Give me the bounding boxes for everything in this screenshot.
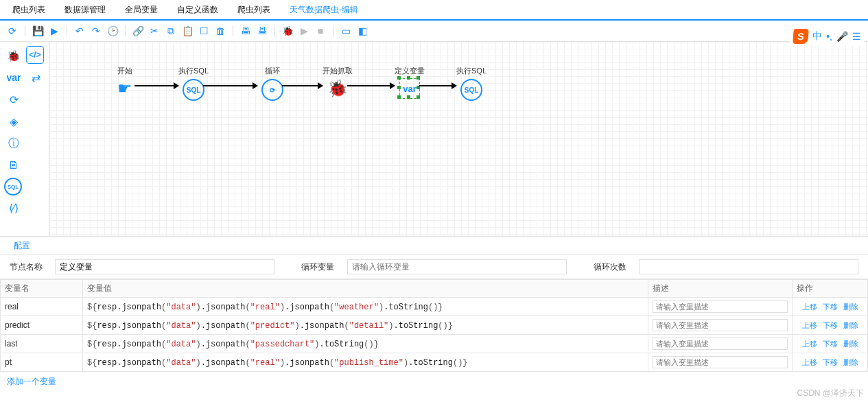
- var-table-header: 变量名 变量值 描述 操作: [1, 280, 868, 298]
- info-tool-icon[interactable]: ⓘ: [4, 134, 23, 153]
- export-icon[interactable]: 🖶: [255, 24, 269, 38]
- tab-datasource[interactable]: 数据源管理: [58, 1, 113, 19]
- selection-handle[interactable]: [417, 76, 420, 80]
- op-down-link[interactable]: 下移: [823, 321, 838, 329]
- loop-count-input[interactable]: [639, 259, 858, 274]
- var-node-icon: var: [400, 79, 419, 98]
- toolbar-sep: [233, 25, 233, 36]
- op-down-link[interactable]: 下移: [823, 303, 838, 311]
- history-icon[interactable]: 🕑: [106, 24, 119, 38]
- var-value-cell[interactable]: ${resp.jsonpath("data").jsonpath("real")…: [83, 353, 648, 372]
- code-tool-icon[interactable]: </>: [26, 46, 44, 64]
- selection-handle[interactable]: [397, 86, 401, 89]
- node-name-label: 节点名称: [10, 261, 48, 273]
- var-desc-input[interactable]: [653, 300, 788, 313]
- var-value-cell[interactable]: ${resp.jsonpath("data").jsonpath("predic…: [83, 316, 648, 335]
- cut-icon[interactable]: ✂: [148, 24, 161, 38]
- op-down-link[interactable]: 下移: [823, 358, 838, 366]
- op-del-link[interactable]: 删除: [843, 340, 858, 348]
- op-up-link[interactable]: 上移: [802, 303, 817, 311]
- tab-list-1[interactable]: 爬虫列表: [5, 1, 52, 19]
- selection-handle[interactable]: [407, 95, 410, 99]
- selection-handle[interactable]: [397, 76, 401, 80]
- watermark: CSDN @泽济天下: [797, 388, 864, 399]
- node-form: 节点名称 循环变量 循环次数: [0, 255, 868, 279]
- flow-node-var[interactable]: 定义变量var: [389, 66, 430, 98]
- rhombus-tool-icon[interactable]: ◈: [4, 112, 23, 131]
- table-row: predict${resp.jsonpath("data").jsonpath(…: [1, 316, 868, 335]
- var-tool-icon[interactable]: var: [4, 68, 23, 87]
- ime-logo-icon[interactable]: S: [793, 29, 809, 44]
- add-variable-link[interactable]: 添加一个变量: [0, 372, 63, 392]
- file-tool-icon[interactable]: 🗎: [4, 156, 23, 175]
- undo-icon[interactable]: ↶: [73, 24, 86, 38]
- tool-palette: 🐞 </> var ⇄ ⟳ ◈ ⓘ 🗎 SQL ⟨⁄⟩: [0, 42, 49, 236]
- panel-icon[interactable]: ◧: [355, 24, 369, 38]
- panel-tab-config[interactable]: 配置: [10, 239, 34, 253]
- play-icon[interactable]: ▶: [47, 24, 61, 38]
- var-name-cell[interactable]: last: [1, 335, 83, 353]
- bug-tool-icon[interactable]: 🐞: [4, 46, 23, 65]
- loop-tool-icon[interactable]: ⟳: [4, 90, 23, 109]
- screen-icon[interactable]: ▭: [339, 24, 353, 38]
- flow-node-crawl[interactable]: 开始抓取🐞: [317, 66, 358, 98]
- flow-arrow[interactable]: [203, 85, 257, 86]
- op-up-link[interactable]: 上移: [802, 340, 817, 348]
- tab-functions[interactable]: 自定义函数: [170, 1, 225, 19]
- flow-arrow[interactable]: [347, 85, 395, 86]
- op-del-link[interactable]: 删除: [843, 321, 858, 329]
- ime-punct-icon[interactable]: •,: [826, 31, 832, 42]
- loop-var-input[interactable]: [347, 259, 567, 274]
- op-del-link[interactable]: 删除: [843, 303, 858, 311]
- node-name-input[interactable]: [55, 259, 274, 274]
- var-value-cell[interactable]: ${resp.jsonpath("data").jsonpath("real")…: [83, 298, 648, 316]
- selection-handle[interactable]: [397, 95, 401, 99]
- var-name-cell[interactable]: pt: [1, 353, 83, 372]
- tab-globals[interactable]: 全局变量: [118, 1, 165, 19]
- flow-arrow[interactable]: [134, 85, 178, 86]
- flow-node-sql2[interactable]: 执行SQLSQL: [451, 66, 492, 101]
- op-del-link[interactable]: 删除: [843, 358, 858, 366]
- op-down-link[interactable]: 下移: [823, 340, 838, 348]
- sql-tool-icon[interactable]: SQL: [4, 178, 22, 196]
- flow-canvas[interactable]: 开始☛执行SQLSQL循环⟳开始抓取🐞定义变量var执行SQLSQL: [49, 42, 868, 236]
- flow-node-loop[interactable]: 循环⟳: [252, 66, 293, 101]
- delete-icon[interactable]: 🗑: [213, 24, 227, 38]
- ime-mic-icon[interactable]: 🎤: [836, 31, 848, 42]
- link-icon[interactable]: 🔗: [131, 24, 145, 38]
- save-icon[interactable]: 💾: [31, 24, 45, 38]
- table-row: pt${resp.jsonpath("data").jsonpath("real…: [1, 353, 868, 372]
- print-icon[interactable]: 🖶: [239, 24, 253, 38]
- tab-editor[interactable]: 天气数据爬虫-编辑: [283, 1, 365, 19]
- stop-icon[interactable]: ■: [314, 24, 327, 38]
- var-value-cell[interactable]: ${resp.jsonpath("data").jsonpath("passed…: [83, 335, 648, 353]
- flow-node-sql1[interactable]: 执行SQLSQL: [173, 66, 214, 101]
- html-tool-icon[interactable]: ⟨⁄⟩: [4, 198, 23, 217]
- run-icon[interactable]: ▶: [297, 24, 311, 38]
- copy-icon[interactable]: ⧉: [164, 24, 178, 38]
- refresh-icon[interactable]: ⟳: [5, 24, 19, 38]
- ime-menu-icon[interactable]: ☰: [852, 31, 861, 42]
- var-ops-cell: 上移下移删除: [793, 335, 868, 353]
- toolbar: ⟳ 💾 ▶ ↶ ↷ 🕑 🔗 ✂ ⧉ 📋 ☐ 🗑 🖶 🖶 🐞 ▶ ■ ▭ ◧: [0, 21, 868, 42]
- ime-cn[interactable]: 中: [812, 30, 822, 43]
- selection-handle[interactable]: [417, 95, 420, 99]
- var-desc-input[interactable]: [653, 338, 788, 350]
- th-desc: 描述: [648, 280, 793, 298]
- chain-tool-icon[interactable]: ⇄: [26, 68, 45, 87]
- selection-handle[interactable]: [407, 76, 410, 80]
- op-up-link[interactable]: 上移: [802, 358, 817, 366]
- loop-count-label: 循环次数: [594, 261, 632, 273]
- flow-node-start[interactable]: 开始☛: [104, 66, 145, 98]
- select-all-icon[interactable]: ☐: [197, 24, 211, 38]
- var-name-cell[interactable]: real: [1, 298, 83, 316]
- paste-icon[interactable]: 📋: [180, 24, 194, 38]
- debug-icon[interactable]: 🐞: [281, 24, 294, 38]
- table-row: real${resp.jsonpath("data").jsonpath("re…: [1, 298, 868, 316]
- tab-list-2[interactable]: 爬虫列表: [231, 1, 277, 19]
- op-up-link[interactable]: 上移: [802, 321, 817, 329]
- redo-icon[interactable]: ↷: [89, 24, 103, 38]
- var-desc-input[interactable]: [653, 319, 788, 331]
- var-name-cell[interactable]: predict: [1, 316, 83, 335]
- var-desc-input[interactable]: [653, 356, 788, 368]
